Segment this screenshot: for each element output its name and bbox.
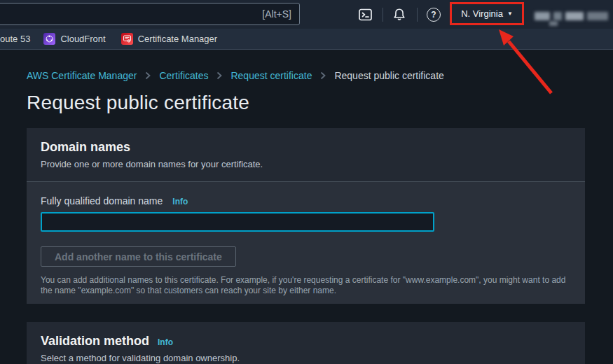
breadcrumb-chevron-icon bbox=[319, 71, 326, 80]
breadcrumb-certificates-link[interactable]: Certificates bbox=[159, 70, 208, 81]
favorites-item-route53[interactable]: oute 53 bbox=[0, 34, 30, 44]
breadcrumb: AWS Certificate Manager Certificates Req… bbox=[27, 70, 444, 81]
domain-names-card: Domain names Provide one or more domain … bbox=[27, 128, 585, 304]
search-shortcut-hint: [Alt+S] bbox=[262, 8, 291, 20]
region-selector[interactable]: N. Virginia bbox=[461, 8, 503, 19]
cloudshell-icon[interactable] bbox=[359, 0, 372, 29]
breadcrumb-current-page: Request public certificate bbox=[334, 70, 443, 81]
favorites-item-label: oute 53 bbox=[0, 34, 30, 44]
domain-names-card-body: Fully qualified domain name Info Add ano… bbox=[27, 182, 585, 304]
validation-method-title: Validation method bbox=[41, 334, 149, 349]
favorites-item-label: CloudFront bbox=[60, 34, 105, 44]
favorites-item-certificate-manager[interactable]: Certificate Manager bbox=[121, 33, 217, 45]
validation-method-description: Select a method for validating domain ow… bbox=[41, 353, 571, 363]
favorites-bar: oute 53 CloudFront Certificate Manager bbox=[0, 29, 613, 50]
validation-method-info-link[interactable]: Info bbox=[158, 337, 173, 347]
account-menu-redacted-fragment bbox=[549, 21, 558, 26]
validation-method-card: Validation method Info Select a method f… bbox=[27, 322, 585, 364]
page-title: Request public certificate bbox=[27, 92, 249, 114]
breadcrumb-chevron-icon bbox=[144, 71, 151, 80]
topbar-divider bbox=[383, 8, 383, 22]
region-selector-highlight-box[interactable]: N. Virginia ▼ bbox=[450, 2, 524, 25]
search-input[interactable]: [Alt+S] bbox=[0, 3, 300, 25]
fqdn-info-link[interactable]: Info bbox=[172, 197, 188, 206]
help-glyph: ? bbox=[431, 10, 436, 20]
add-another-name-button[interactable]: Add another name to this certificate bbox=[41, 246, 236, 267]
breadcrumb-acm-link[interactable]: AWS Certificate Manager bbox=[27, 70, 137, 81]
favorites-item-cloudfront[interactable]: CloudFront bbox=[43, 33, 105, 45]
console-top-bar: [Alt+S] ? N. Virginia ▼ bbox=[0, 0, 613, 29]
validation-method-card-header: Validation method Info Select a method f… bbox=[27, 322, 585, 364]
topbar-divider bbox=[417, 8, 418, 22]
additional-names-help-text: You can add additional names to this cer… bbox=[41, 275, 571, 296]
notifications-bell-icon[interactable] bbox=[392, 0, 406, 29]
domain-names-card-header: Domain names Provide one or more domain … bbox=[27, 128, 585, 182]
breadcrumb-request-certificate-link[interactable]: Request certificate bbox=[230, 70, 312, 81]
favorites-item-label: Certificate Manager bbox=[138, 34, 217, 44]
breadcrumb-chevron-icon bbox=[216, 71, 223, 80]
domain-names-title: Domain names bbox=[41, 140, 130, 155]
chevron-down-icon: ▼ bbox=[507, 10, 513, 17]
fqdn-field-label: Fully qualified domain name bbox=[41, 195, 163, 206]
certificate-manager-icon bbox=[121, 33, 133, 45]
account-menu-redacted[interactable] bbox=[535, 10, 608, 22]
fqdn-input[interactable] bbox=[41, 212, 434, 232]
cloudfront-icon bbox=[43, 33, 55, 45]
help-icon[interactable]: ? bbox=[427, 0, 441, 29]
domain-names-description: Provide one or more domain names for you… bbox=[41, 159, 571, 169]
